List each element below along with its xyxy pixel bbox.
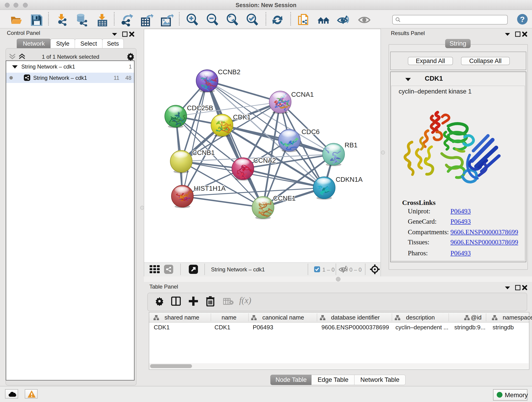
svg-text:CDKN1A: CDKN1A	[336, 176, 363, 183]
svg-text:CDC25B: CDC25B	[187, 104, 213, 112]
svg-text:CCNE1: CCNE1	[273, 195, 296, 202]
svg-text:RB1: RB1	[345, 141, 357, 149]
svg-text:CDC6: CDC6	[302, 128, 320, 135]
svg-text:CCNB1: CCNB1	[192, 149, 215, 156]
svg-text:CCNB2: CCNB2	[218, 68, 240, 76]
svg-text:CCNA1: CCNA1	[291, 91, 314, 98]
svg-text:HIST1H1A: HIST1H1A	[194, 185, 226, 192]
svg-text:CDK1: CDK1	[233, 114, 251, 121]
svg-text:CCNA2: CCNA2	[253, 157, 276, 164]
